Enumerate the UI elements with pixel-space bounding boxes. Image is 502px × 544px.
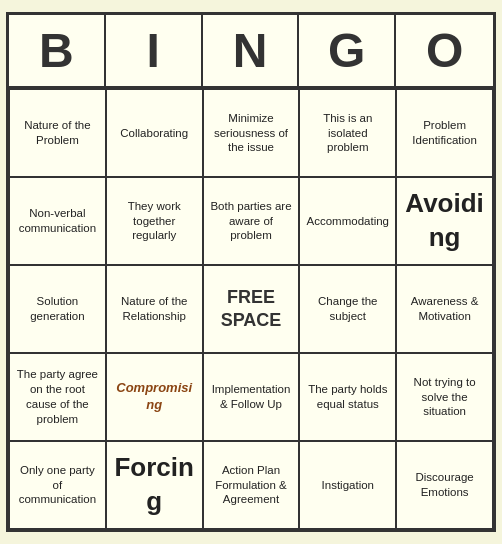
bingo-cell-20[interactable]: Only one party of communication: [9, 441, 106, 529]
bingo-card: BINGO Nature of the ProblemCollaborating…: [6, 12, 496, 532]
bingo-cell-18[interactable]: The party holds equal status: [299, 353, 396, 441]
bingo-cell-10[interactable]: Solution generation: [9, 265, 106, 353]
bingo-header: BINGO: [9, 15, 493, 86]
bingo-cell-11[interactable]: Nature of the Relationship: [106, 265, 203, 353]
bingo-cell-0[interactable]: Nature of the Problem: [9, 89, 106, 177]
bingo-cell-6[interactable]: They work together regularly: [106, 177, 203, 265]
bingo-cell-4[interactable]: Problem Identification: [396, 89, 493, 177]
bingo-cell-13[interactable]: Change the subject: [299, 265, 396, 353]
bingo-cell-14[interactable]: Awareness & Motivation: [396, 265, 493, 353]
bingo-cell-5[interactable]: Non-verbal communication: [9, 177, 106, 265]
bingo-cell-12[interactable]: FREE SPACE: [203, 265, 300, 353]
bingo-grid: Nature of the ProblemCollaboratingMinimi…: [9, 86, 493, 529]
bingo-cell-8[interactable]: Accommodating: [299, 177, 396, 265]
bingo-cell-19[interactable]: Not trying to solve the situation: [396, 353, 493, 441]
bingo-cell-16[interactable]: Compromising: [106, 353, 203, 441]
bingo-cell-7[interactable]: Both parties are aware of problem: [203, 177, 300, 265]
bingo-cell-15[interactable]: The party agree on the root cause of the…: [9, 353, 106, 441]
bingo-cell-21[interactable]: Forcing: [106, 441, 203, 529]
bingo-cell-23[interactable]: Instigation: [299, 441, 396, 529]
bingo-cell-24[interactable]: Discourage Emotions: [396, 441, 493, 529]
bingo-cell-17[interactable]: Implementation & Follow Up: [203, 353, 300, 441]
bingo-letter-i: I: [106, 15, 203, 86]
bingo-cell-2[interactable]: Minimize seriousness of the issue: [203, 89, 300, 177]
bingo-letter-n: N: [203, 15, 300, 86]
bingo-letter-o: O: [396, 15, 493, 86]
bingo-letter-b: B: [9, 15, 106, 86]
bingo-cell-3[interactable]: This is an isolated problem: [299, 89, 396, 177]
bingo-cell-22[interactable]: Action Plan Formulation & Agreement: [203, 441, 300, 529]
bingo-cell-9[interactable]: Avoiding: [396, 177, 493, 265]
bingo-letter-g: G: [299, 15, 396, 86]
bingo-cell-1[interactable]: Collaborating: [106, 89, 203, 177]
